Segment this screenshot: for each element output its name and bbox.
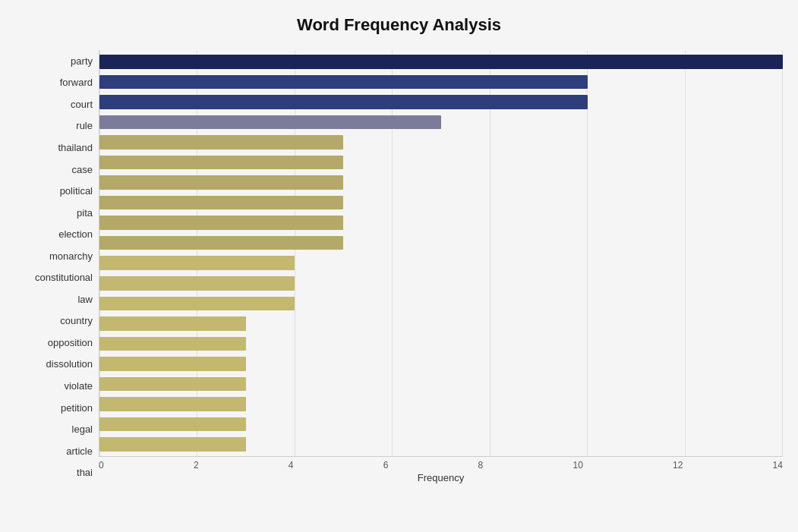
- y-label: violate: [64, 381, 93, 391]
- bar: [99, 216, 343, 230]
- bar-row: [99, 112, 783, 133]
- bar-row: [99, 253, 783, 273]
- x-tick: 12: [673, 460, 683, 471]
- y-label: article: [66, 446, 93, 456]
- bar-row: [99, 52, 783, 72]
- chart-title: Word Frequency Analysis: [15, 8, 783, 50]
- bar-row: [99, 374, 783, 395]
- bar-row: [99, 434, 783, 455]
- bar-row: [99, 212, 783, 233]
- x-tick: 8: [478, 460, 484, 471]
- bar-row: [99, 172, 783, 193]
- x-tick: 14: [773, 460, 783, 471]
- y-label: election: [58, 229, 93, 239]
- bar: [99, 236, 343, 250]
- x-axis: 02468101214: [99, 457, 783, 471]
- bar: [99, 297, 295, 311]
- y-label: constitutional: [35, 272, 93, 282]
- chart-container: Word Frequency Analysis partyforwardcour…: [0, 0, 798, 532]
- bar-row: [99, 273, 783, 294]
- bar: [99, 196, 343, 210]
- bar-row: [99, 414, 783, 435]
- y-label: pita: [77, 208, 93, 218]
- x-tick: 4: [289, 460, 294, 471]
- y-axis: partyforwardcourtrulethailandcasepolitic…: [15, 50, 99, 483]
- y-label: legal: [72, 424, 93, 434]
- bar: [99, 55, 783, 69]
- bar: [99, 95, 588, 109]
- bar: [99, 316, 246, 331]
- x-tick: 0: [99, 460, 104, 471]
- bar: [99, 75, 588, 90]
- y-label: court: [71, 99, 93, 109]
- bar-row: [99, 153, 783, 173]
- chart-area: partyforwardcourtrulethailandcasepolitic…: [15, 50, 783, 483]
- y-label: petition: [61, 403, 93, 413]
- bar: [99, 417, 246, 432]
- y-label: rule: [76, 121, 93, 131]
- bar-row: [99, 294, 783, 314]
- y-label: law: [77, 294, 93, 304]
- bar: [99, 256, 295, 270]
- y-label: thailand: [58, 143, 93, 153]
- bar: [99, 337, 246, 351]
- bar: [99, 175, 343, 190]
- bar: [99, 115, 441, 130]
- bar-row: [99, 354, 783, 374]
- y-label: party: [71, 56, 93, 66]
- y-label: country: [60, 316, 93, 326]
- x-axis-label: Frequency: [99, 471, 783, 483]
- bar-row: [99, 233, 783, 253]
- bar-row: [99, 394, 783, 414]
- bar-row: [99, 334, 783, 354]
- bar-row: [99, 193, 783, 213]
- y-label: forward: [60, 77, 93, 87]
- grid-and-bars: [99, 50, 783, 457]
- bar: [99, 357, 246, 371]
- bar: [99, 437, 246, 452]
- y-label: opposition: [48, 338, 93, 348]
- y-label: thai: [77, 467, 93, 477]
- bar: [99, 135, 343, 150]
- y-label: political: [60, 186, 93, 196]
- bar-row: [99, 72, 783, 93]
- bar-row: [99, 313, 783, 334]
- bar: [99, 397, 246, 411]
- bar-row: [99, 92, 783, 112]
- x-tick: 10: [572, 460, 582, 471]
- y-label: monarchy: [49, 251, 93, 261]
- bar: [99, 377, 246, 392]
- x-tick: 6: [383, 460, 389, 471]
- bar: [99, 156, 343, 170]
- x-tick: 2: [194, 460, 199, 471]
- y-label: case: [72, 165, 93, 175]
- bar-row: [99, 132, 783, 153]
- y-label: dissolution: [46, 359, 93, 369]
- bar: [99, 276, 295, 291]
- plot-area: 02468101214 Frequency: [99, 50, 783, 483]
- bars-container: [99, 50, 783, 456]
